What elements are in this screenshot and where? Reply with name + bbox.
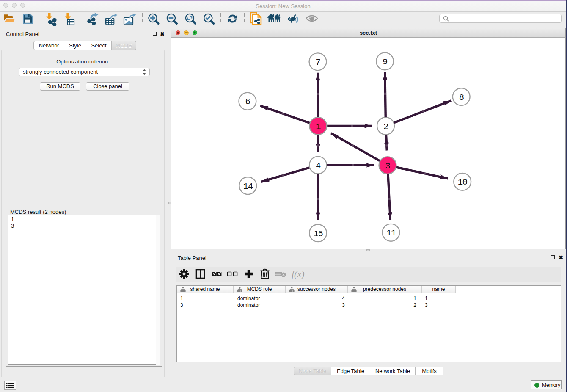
svg-text:11: 11 xyxy=(386,228,396,238)
svg-text:1: 1 xyxy=(316,122,321,132)
svg-text:3: 3 xyxy=(385,161,390,171)
svg-text:6: 6 xyxy=(245,97,250,107)
svg-text:14: 14 xyxy=(243,182,253,191)
svg-text:9: 9 xyxy=(383,57,387,67)
svg-text:10: 10 xyxy=(458,177,468,187)
svg-text:4: 4 xyxy=(316,161,321,171)
svg-text:15: 15 xyxy=(313,229,322,239)
svg-text:7: 7 xyxy=(315,58,320,67)
svg-text:8: 8 xyxy=(459,93,464,102)
svg-text:2: 2 xyxy=(383,122,388,132)
svg-text:f(x): f(x) xyxy=(292,269,305,279)
